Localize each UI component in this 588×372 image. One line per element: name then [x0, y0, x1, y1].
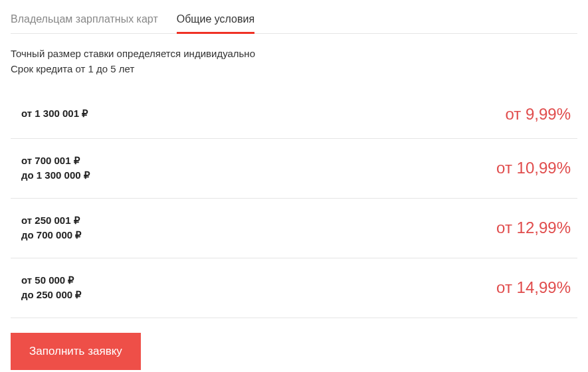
intro-line-1: Точный размер ставки определяется индиви… [11, 46, 577, 61]
rate-range: от 1 300 001 ₽ [21, 106, 88, 122]
rate-range: от 50 000 ₽ до 250 000 ₽ [21, 273, 82, 303]
range-from: от 50 000 ₽ [21, 273, 82, 288]
rate-value: от 9,99% [505, 105, 571, 124]
rate-row: от 250 001 ₽ до 700 000 ₽ от 12,99% [11, 199, 577, 258]
tab-general-conditions[interactable]: Общие условия [177, 7, 254, 33]
rate-row: от 50 000 ₽ до 250 000 ₽ от 14,99% [11, 258, 577, 318]
range-to: до 250 000 ₽ [21, 288, 82, 303]
rate-row: от 700 001 ₽ до 1 300 000 ₽ от 10,99% [11, 139, 577, 199]
rate-value: от 12,99% [496, 219, 571, 237]
tab-salary-card-holders[interactable]: Владельцам зарплатных карт [11, 7, 158, 33]
range-from: от 1 300 001 ₽ [21, 106, 88, 122]
range-from: от 700 001 ₽ [21, 153, 90, 169]
apply-button[interactable]: Заполнить заявку [11, 333, 141, 370]
range-to: до 1 300 000 ₽ [21, 168, 90, 183]
range-from: от 250 001 ₽ [21, 213, 82, 229]
rate-range: от 250 001 ₽ до 700 000 ₽ [21, 213, 82, 243]
rates-table: от 1 300 001 ₽ от 9,99% от 700 001 ₽ до … [11, 90, 577, 318]
rate-row: от 1 300 001 ₽ от 9,99% [11, 90, 577, 139]
rate-value: от 14,99% [496, 278, 571, 297]
intro-text: Точный размер ставки определяется индиви… [11, 46, 577, 77]
rate-value: от 10,99% [496, 159, 571, 177]
intro-line-2: Срок кредита от 1 до 5 лет [11, 61, 577, 76]
rate-range: от 700 001 ₽ до 1 300 000 ₽ [21, 153, 90, 183]
tabs: Владельцам зарплатных карт Общие условия [11, 0, 577, 34]
range-to: до 700 000 ₽ [21, 228, 82, 243]
